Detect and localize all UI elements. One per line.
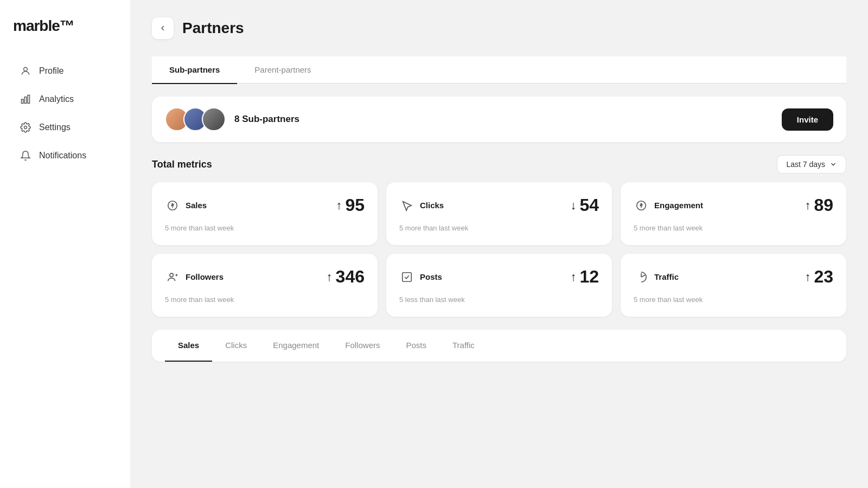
sidebar-item-notifications-label: Notifications — [39, 151, 86, 160]
svg-rect-3 — [28, 95, 29, 104]
posts-icon — [399, 269, 414, 285]
metric-sub-engagement: 5 more than last week — [634, 224, 833, 232]
engagement-icon — [634, 198, 649, 213]
arrow-up-icon: ↑ — [327, 270, 333, 284]
metric-sub-posts: 5 less than last week — [399, 296, 599, 304]
metric-sub-clicks: 5 more than last week — [399, 224, 599, 232]
arrow-up-icon: ↑ — [336, 198, 342, 213]
chevron-down-icon — [829, 160, 837, 168]
sidebar-nav: Profile Analytics Settings — [0, 56, 130, 170]
metric-value-followers: ↑ 346 — [327, 267, 365, 287]
metric-card-traffic: Traffic ↑ 23 5 more than last week — [621, 254, 846, 317]
tab-sub-partners[interactable]: Sub-partners — [152, 56, 237, 83]
bottom-tabs-card: Sales Clicks Engagement Followers Posts … — [152, 330, 846, 362]
sidebar-item-settings[interactable]: Settings — [7, 114, 124, 141]
bottom-tab-followers[interactable]: Followers — [332, 330, 393, 362]
main-content: Partners Sub-partners Parent-partners 8 … — [130, 0, 868, 488]
bottom-tab-posts[interactable]: Posts — [393, 330, 439, 362]
invite-button[interactable]: Invite — [782, 108, 833, 131]
metric-label-engagement: Engagement — [634, 198, 703, 213]
svg-point-4 — [24, 126, 27, 129]
arrow-up-icon: ↑ — [805, 270, 810, 284]
metrics-header: Total metrics Last 7 days — [152, 155, 846, 174]
followers-icon — [165, 269, 180, 285]
partners-card: 8 Sub-partners Invite — [152, 97, 846, 142]
metric-label-sales: Sales — [165, 198, 207, 213]
svg-rect-2 — [24, 97, 26, 104]
avatar-group — [165, 107, 226, 131]
arrow-up-icon: ↑ — [570, 270, 576, 284]
partners-info: 8 Sub-partners — [165, 107, 299, 131]
avatar — [202, 107, 226, 131]
metric-label-traffic: Traffic — [634, 269, 679, 285]
bottom-tab-clicks[interactable]: Clicks — [212, 330, 260, 362]
settings-icon — [20, 121, 31, 133]
metric-value-posts: ↑ 12 — [570, 267, 599, 287]
metric-top-followers: Followers ↑ 346 — [165, 267, 365, 287]
metric-top-sales: Sales ↑ 95 — [165, 195, 365, 215]
metric-sub-followers: 5 more than last week — [165, 296, 365, 304]
svg-point-6 — [637, 201, 646, 210]
metric-card-followers: Followers ↑ 346 5 more than last week — [152, 254, 378, 317]
metric-label-followers: Followers — [165, 269, 224, 285]
metric-label-clicks: Clicks — [399, 198, 444, 213]
metric-card-posts: Posts ↑ 12 5 less than last week — [386, 254, 612, 317]
metric-top-clicks: Clicks ↓ 54 — [399, 195, 599, 215]
sidebar-item-analytics[interactable]: Analytics — [7, 86, 124, 113]
bottom-tab-traffic[interactable]: Traffic — [439, 330, 488, 362]
tab-parent-partners[interactable]: Parent-partners — [237, 56, 328, 83]
partners-count: 8 Sub-partners — [234, 114, 299, 125]
logo: marble™ — [0, 17, 130, 56]
sidebar-item-analytics-label: Analytics — [39, 94, 74, 104]
analytics-icon — [20, 93, 31, 105]
page-header: Partners — [152, 17, 846, 39]
sidebar-item-profile[interactable]: Profile — [7, 57, 124, 85]
bottom-tabs: Sales Clicks Engagement Followers Posts … — [165, 330, 833, 362]
bottom-tab-sales[interactable]: Sales — [165, 330, 212, 362]
metrics-title: Total metrics — [152, 159, 212, 170]
metric-top-engagement: Engagement ↑ 89 — [634, 195, 833, 215]
metric-value-sales: ↑ 95 — [336, 195, 365, 215]
back-button[interactable] — [152, 17, 174, 39]
metric-card-clicks: Clicks ↓ 54 5 more than last week — [386, 182, 612, 245]
metric-label-posts: Posts — [399, 269, 442, 285]
metric-value-clicks: ↓ 54 — [570, 195, 599, 215]
metric-sub-traffic: 5 more than last week — [634, 296, 833, 304]
main-tabs: Sub-partners Parent-partners — [152, 56, 846, 84]
page-title: Partners — [182, 20, 244, 37]
metric-card-sales: Sales ↑ 95 5 more than last week — [152, 182, 378, 245]
sidebar-item-profile-label: Profile — [39, 66, 63, 76]
sidebar-item-notifications[interactable]: Notifications — [7, 142, 124, 169]
metric-top-traffic: Traffic ↑ 23 — [634, 267, 833, 287]
svg-rect-1 — [22, 99, 23, 104]
traffic-icon — [634, 269, 649, 285]
metrics-grid: Sales ↑ 95 5 more than last week Cl — [152, 182, 846, 317]
sidebar-item-settings-label: Settings — [39, 123, 71, 132]
metric-top-posts: Posts ↑ 12 — [399, 267, 599, 287]
notifications-icon — [20, 150, 31, 162]
arrow-up-icon: ↑ — [805, 198, 810, 213]
metric-card-engagement: Engagement ↑ 89 5 more than last week — [621, 182, 846, 245]
metric-value-traffic: ↑ 23 — [805, 267, 833, 287]
profile-icon — [20, 65, 31, 77]
clicks-icon — [399, 198, 414, 213]
svg-rect-8 — [403, 272, 412, 281]
metric-value-engagement: ↑ 89 — [805, 195, 833, 215]
svg-point-0 — [24, 67, 28, 71]
metric-sub-sales: 5 more than last week — [165, 224, 365, 232]
bottom-tab-engagement[interactable]: Engagement — [260, 330, 332, 362]
period-label: Last 7 days — [786, 160, 825, 169]
svg-point-5 — [168, 201, 177, 210]
sidebar: marble™ Profile Analytics — [0, 0, 130, 488]
arrow-down-icon: ↓ — [570, 198, 576, 213]
sales-icon — [165, 198, 180, 213]
svg-point-7 — [170, 273, 173, 277]
period-selector[interactable]: Last 7 days — [777, 155, 846, 174]
